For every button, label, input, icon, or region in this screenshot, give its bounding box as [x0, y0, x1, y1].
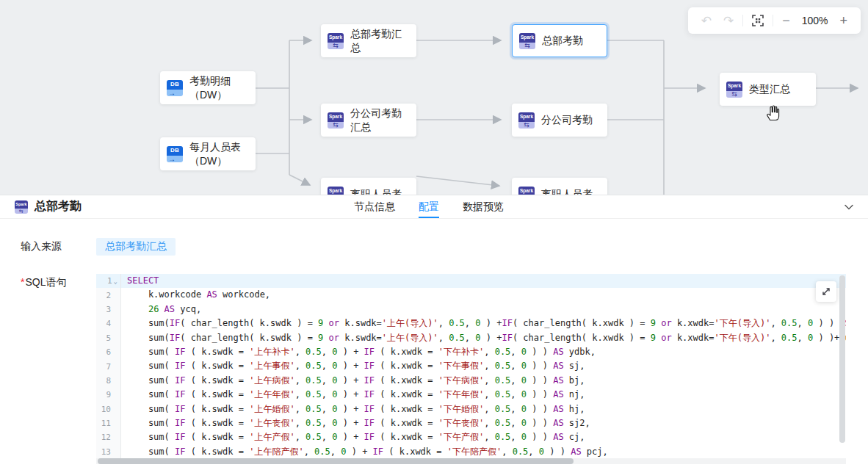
redo-button[interactable]: ↷ — [717, 7, 739, 34]
node-fengongsi-kaoqin[interactable]: Spark ⇆ 分公司考勤 — [512, 104, 607, 137]
required-mark: * — [21, 276, 24, 288]
node-zongbu-kaoqin-huizong[interactable]: Spark ⇆ 总部考勤汇总 — [321, 24, 416, 57]
fit-view-icon — [752, 15, 764, 26]
config-panel: Spark ⇆ 总部考勤 节点信息 配置 数据预览 输入来源 总部考勤汇总 *S… — [0, 195, 868, 470]
spark-icon: Spark ⇆ — [518, 112, 535, 129]
node-meiyue-renyuanbiao[interactable]: DB → 每月人员表（DW） — [160, 137, 256, 170]
line-number: 3 — [96, 303, 121, 317]
tab-data-preview[interactable]: 数据预览 — [463, 195, 504, 218]
divider — [742, 15, 743, 26]
node-label: 考勤明细（DW） — [189, 74, 249, 101]
node-zongbu-kaoqin[interactable]: Spark ⇆ 总部考勤 — [512, 24, 607, 57]
edge — [289, 175, 310, 185]
node-label: 离职人员考 — [350, 187, 410, 195]
input-source-label: 输入来源 — [21, 238, 96, 256]
input-source-row: 输入来源 总部考勤汇总 — [21, 238, 868, 256]
node-label: 每月人员表（DW） — [189, 140, 249, 167]
line-number: 8 — [96, 374, 121, 388]
tab-config[interactable]: 配置 — [419, 195, 439, 218]
line-number: 7 — [96, 359, 121, 373]
collapse-panel-button[interactable] — [843, 201, 855, 216]
sql-label: *SQL语句 — [21, 274, 96, 464]
zoom-out-button[interactable]: − — [776, 7, 796, 34]
line-number: 4 — [96, 317, 121, 330]
spark-icon: Spark ⇆ — [726, 82, 742, 98]
input-source-tag[interactable]: 总部考勤汇总 — [96, 238, 176, 256]
line-number: 2 — [96, 288, 121, 302]
sql-editor[interactable]: 1⌄SELECT2 k.workcode AS workcode,3 26 AS… — [96, 274, 846, 464]
line-number: 11 — [96, 416, 121, 430]
line-number: 9 — [96, 388, 121, 402]
code-line: 6 sum( IF ( k.swdk = '上午补卡', 0.5, 0 ) + … — [96, 345, 846, 359]
node-label: 分公司考勤汇总 — [350, 106, 410, 133]
expand-icon — [821, 286, 831, 297]
code-line: 8 sum( IF ( k.swdk = '上午病假', 0.5, 0 ) + … — [96, 374, 846, 388]
spark-icon: Spark ⇆ — [328, 33, 344, 49]
db-icon: DB → — [167, 80, 183, 96]
node-leixing-huizong[interactable]: Spark ⇆ 类型汇总 — [720, 73, 816, 106]
panel-header: Spark ⇆ 总部考勤 节点信息 配置 数据预览 — [0, 195, 868, 219]
editor-vertical-scrollbar[interactable] — [839, 275, 845, 443]
spark-icon: Spark ⇆ — [519, 33, 535, 49]
chevron-down-icon — [843, 201, 855, 213]
divider — [773, 15, 773, 26]
hand-cursor-icon — [764, 104, 780, 121]
node-label: 分公司考勤 — [541, 113, 601, 126]
undo-button[interactable]: ↶ — [695, 7, 717, 34]
code-line: 3 26 AS ycq, — [96, 303, 846, 317]
expand-editor-button[interactable] — [816, 281, 836, 302]
editor-horizontal-scrollbar-track — [96, 458, 846, 464]
line-number: 5 — [96, 331, 121, 345]
line-number: 10 — [96, 402, 121, 416]
spark-icon: Spark ⇆ — [518, 187, 535, 195]
zoom-level: 100% — [796, 15, 834, 26]
sql-row: *SQL语句 1⌄SELECT2 k.workcode AS workcode,… — [21, 274, 868, 464]
line-number: 6 — [96, 345, 121, 359]
code-line: 12 sum( IF ( k.swdk = '上午产假', 0.5, 0 ) +… — [96, 430, 846, 444]
code-line: 10 sum( IF ( k.swdk = '上午婚假', 0.5, 0 ) +… — [96, 402, 846, 416]
code-line: 4 sum(IF( char_length( k.swdk ) = 9 or k… — [96, 317, 846, 330]
code-line: 9 sum( IF ( k.swdk = '上午年假', 0.5, 0 ) + … — [96, 388, 846, 402]
node-label: 类型汇总 — [749, 82, 809, 95]
node-lizhi-renyuan-right[interactable]: Spark ⇆ 离职人员考 — [512, 178, 607, 195]
node-lizhi-renyuan-left[interactable]: Spark ⇆ 离职人员考 — [321, 178, 416, 195]
code-line: 11 sum( IF ( k.swdk = '上午丧假', 0.5, 0 ) +… — [96, 416, 846, 430]
tab-bar: 节点信息 配置 数据预览 — [354, 195, 504, 218]
line-number: 12 — [96, 430, 121, 444]
code-line: 13 sum( IF ( k.swdk = '上午陪产假', 0.5, 0 ) … — [96, 445, 846, 459]
node-kaoqin-mingxi[interactable]: DB → 考勤明细（DW） — [160, 71, 256, 104]
node-fengongsi-kaoqin-huizong[interactable]: Spark ⇆ 分公司考勤汇总 — [321, 104, 416, 137]
code-lines: 1⌄SELECT2 k.workcode AS workcode,3 26 AS… — [96, 274, 846, 459]
code-line: 1⌄SELECT — [96, 274, 846, 288]
editor-horizontal-scrollbar[interactable] — [98, 458, 574, 464]
graph-toolbar: ↶ ↷ − 100% + — [688, 7, 861, 34]
line-number: 13 — [96, 445, 121, 459]
panel-title: 总部考勤 — [35, 199, 82, 214]
code-line: 2 k.workcode AS workcode, — [96, 288, 846, 302]
db-icon: DB → — [167, 146, 183, 162]
fit-view-button[interactable] — [746, 7, 770, 34]
line-number: 1⌄ — [96, 274, 121, 288]
code-line: 5 sum(IF( char_length( k.swdk ) = 9 or k… — [96, 331, 846, 345]
node-label: 总部考勤 — [542, 34, 600, 47]
fold-arrow-icon[interactable]: ⌄ — [114, 278, 117, 285]
tab-node-info[interactable]: 节点信息 — [354, 195, 395, 218]
node-label: 离职人员考 — [541, 187, 601, 195]
edge — [416, 176, 499, 186]
zoom-in-button[interactable]: + — [833, 7, 853, 34]
node-label: 总部考勤汇总 — [350, 27, 410, 54]
spark-icon: Spark ⇆ — [15, 200, 28, 214]
spark-icon: Spark ⇆ — [328, 187, 344, 195]
spark-icon: Spark ⇆ — [328, 112, 344, 129]
dag-canvas[interactable]: DB → 考勤明细（DW） DB → 每月人员表（DW） Spark ⇆ 总部考… — [0, 0, 868, 195]
code-line: 7 sum( IF ( k.swdk = '上午事假', 0.5, 0 ) + … — [96, 359, 846, 373]
